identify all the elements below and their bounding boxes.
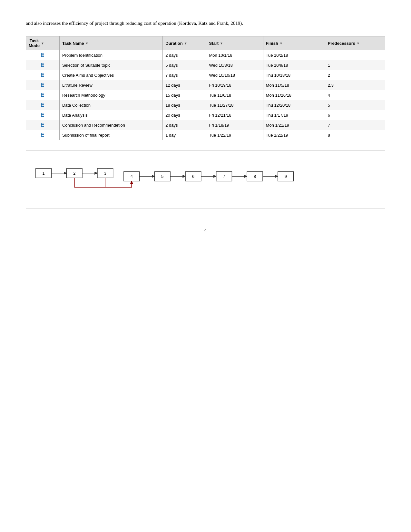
- task-mode-icon: 🖥: [40, 122, 45, 128]
- finish-cell: Tue 10/2/18: [263, 50, 325, 60]
- start-cell: Fri 1/18/19: [206, 120, 263, 130]
- task-mode-icon: 🖥: [40, 82, 45, 88]
- page-number: 4: [26, 228, 385, 233]
- sort-icon-start: ▼: [220, 42, 223, 45]
- svg-text:7: 7: [223, 174, 225, 179]
- svg-text:6: 6: [192, 174, 194, 179]
- predecessors-cell: 2: [325, 70, 385, 80]
- task-name-cell: Litrature Review: [59, 80, 162, 90]
- col-label-finish: Finish: [266, 41, 278, 46]
- task-name-cell: Selection of Suitable topic: [59, 60, 162, 70]
- col-label-predecessors: Predecessors: [328, 41, 355, 46]
- sort-icon-task-mode: ▼: [41, 42, 44, 45]
- col-header-predecessors[interactable]: Predecessors ▼: [325, 36, 385, 50]
- col-label-duration: Duration: [165, 41, 182, 46]
- svg-text:2: 2: [73, 171, 75, 176]
- duration-cell: 2 days: [163, 120, 206, 130]
- task-mode-icon: 🖥: [40, 92, 45, 98]
- finish-cell: Mon 11/5/18: [263, 80, 325, 90]
- start-cell: Fri 12/21/18: [206, 110, 263, 120]
- task-mode-icon: 🖥: [40, 52, 45, 58]
- predecessors-cell: 4: [325, 90, 385, 100]
- table-row: 🖥Submission of final report1 dayTue 1/22…: [26, 130, 385, 140]
- col-label-start: Start: [209, 41, 219, 46]
- sort-icon-task-name: ▼: [85, 42, 89, 45]
- task-name-cell: Data Collection: [59, 100, 162, 110]
- predecessors-cell: 2,3: [325, 80, 385, 90]
- task-mode-cell: 🖥: [26, 100, 60, 110]
- task-name-cell: Data Analysis: [59, 110, 162, 120]
- task-name-cell: Research Methodology: [59, 90, 162, 100]
- duration-cell: 1 day: [163, 130, 206, 140]
- col-label-task-name: Task Name: [62, 41, 84, 46]
- sort-icon-finish: ▼: [279, 42, 283, 45]
- svg-text:3: 3: [104, 171, 106, 176]
- finish-cell: Tue 1/22/19: [263, 130, 325, 140]
- start-cell: Wed 10/3/18: [206, 60, 263, 70]
- task-mode-cell: 🖥: [26, 130, 60, 140]
- table-row: 🖥Create Aims and Objectives7 daysWed 10/…: [26, 70, 385, 80]
- task-mode-icon: 🖥: [40, 72, 45, 78]
- start-cell: Tue 11/6/18: [206, 90, 263, 100]
- task-name-cell: Create Aims and Objectives: [59, 70, 162, 80]
- task-mode-cell: 🖥: [26, 70, 60, 80]
- col-header-start[interactable]: Start ▼: [206, 36, 263, 50]
- intro-paragraph: and also increases the efficiency of pro…: [26, 19, 385, 27]
- col-header-task-mode[interactable]: TaskMode ▼: [26, 36, 60, 50]
- table-row: 🖥Problem Identification2 daysMon 10/1/18…: [26, 50, 385, 60]
- table-row: 🖥Research Methodology15 daysTue 11/6/18M…: [26, 90, 385, 100]
- start-cell: Fri 10/19/18: [206, 80, 263, 90]
- finish-cell: Mon 1/21/19: [263, 120, 325, 130]
- task-mode-cell: 🖥: [26, 50, 60, 60]
- start-cell: Mon 10/1/18: [206, 50, 263, 60]
- task-mode-icon: 🖥: [40, 132, 45, 138]
- table-row: 🖥Conclusion and Recommendetion2 daysFri …: [26, 120, 385, 130]
- start-cell: Wed 10/10/18: [206, 70, 263, 80]
- predecessors-cell: 5: [325, 100, 385, 110]
- finish-cell: Tue 10/9/18: [263, 60, 325, 70]
- task-mode-cell: 🖥: [26, 80, 60, 90]
- task-table: TaskMode ▼ Task Name ▼ Duration ▼ Start: [26, 36, 385, 140]
- diagram-svg: 1 2 3 4 5 6 7: [33, 159, 378, 200]
- svg-text:9: 9: [285, 174, 287, 179]
- duration-cell: 15 days: [163, 90, 206, 100]
- duration-cell: 7 days: [163, 70, 206, 80]
- col-header-duration[interactable]: Duration ▼: [163, 36, 206, 50]
- col-header-finish[interactable]: Finish ▼: [263, 36, 325, 50]
- col-label-task-mode: TaskMode: [29, 38, 40, 48]
- start-cell: Tue 11/27/18: [206, 100, 263, 110]
- predecessors-cell: 8: [325, 130, 385, 140]
- table-row: 🖥Litrature Review12 daysFri 10/19/18Mon …: [26, 80, 385, 90]
- task-mode-cell: 🖥: [26, 90, 60, 100]
- finish-cell: Thu 1/17/19: [263, 110, 325, 120]
- col-header-task-name[interactable]: Task Name ▼: [59, 36, 162, 50]
- table-row: 🖥Data Analysis20 daysFri 12/21/18Thu 1/1…: [26, 110, 385, 120]
- svg-text:5: 5: [161, 174, 163, 179]
- task-mode-cell: 🖥: [26, 120, 60, 130]
- svg-text:8: 8: [254, 174, 256, 179]
- predecessors-cell: 1: [325, 60, 385, 70]
- svg-text:4: 4: [131, 174, 133, 179]
- finish-cell: Mon 11/26/18: [263, 90, 325, 100]
- task-mode-icon: 🖥: [40, 102, 45, 108]
- task-name-cell: Problem Identification: [59, 50, 162, 60]
- finish-cell: Thu 10/18/18: [263, 70, 325, 80]
- finish-cell: Thu 12/20/18: [263, 100, 325, 110]
- predecessors-cell: [325, 50, 385, 60]
- sort-icon-duration: ▼: [184, 42, 187, 45]
- sort-icon-predecessors: ▼: [357, 42, 360, 45]
- predecessors-cell: 7: [325, 120, 385, 130]
- table-row: 🖥Data Collection18 daysTue 11/27/18Thu 1…: [26, 100, 385, 110]
- duration-cell: 12 days: [163, 80, 206, 90]
- task-name-cell: Submission of final report: [59, 130, 162, 140]
- svg-text:1: 1: [43, 171, 45, 176]
- table-row: 🖥Selection of Suitable topic5 daysWed 10…: [26, 60, 385, 70]
- dependency-diagram: 1 2 3 4 5 6 7: [26, 150, 385, 208]
- task-mode-cell: 🖥: [26, 60, 60, 70]
- task-mode-cell: 🖥: [26, 110, 60, 120]
- start-cell: Tue 1/22/19: [206, 130, 263, 140]
- task-name-cell: Conclusion and Recommendetion: [59, 120, 162, 130]
- duration-cell: 5 days: [163, 60, 206, 70]
- task-mode-icon: 🖥: [40, 62, 45, 68]
- predecessors-cell: 6: [325, 110, 385, 120]
